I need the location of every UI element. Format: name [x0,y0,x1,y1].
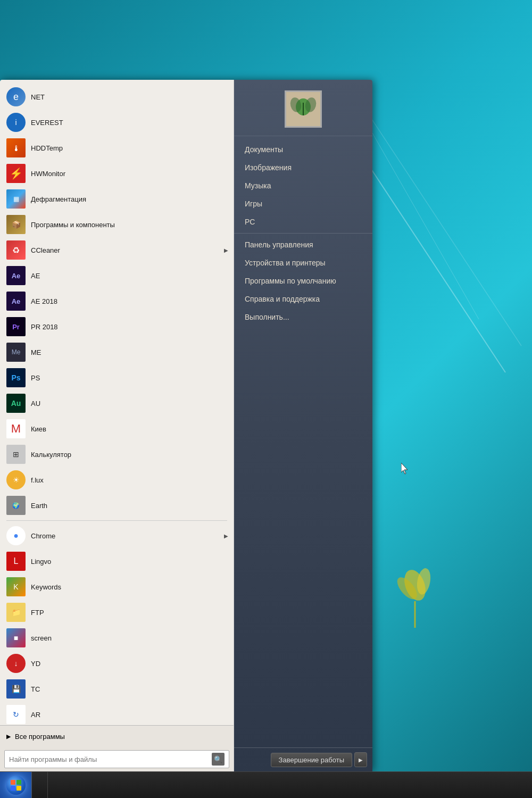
flux-label: f.lux [31,476,44,484]
hwmonitor-label: HWMonitor [31,170,65,178]
calc-label: Калькулятор [31,451,71,459]
programs-label: Программы и компоненты [31,221,115,229]
program-item-screen[interactable]: ■screen [0,625,234,651]
right-menu-item-run[interactable]: Выполнить... [234,308,372,326]
me-label: ME [31,348,41,356]
start-menu-left-bottom: ▶ Все программы 🔍 [0,725,234,771]
right-separator-after-pc [234,233,372,234]
svg-rect-14 [11,786,15,791]
right-menu-item-help[interactable]: Справка и поддержка [234,290,372,308]
keywords-icon: K [6,577,26,596]
program-item-ps[interactable]: PsPS [0,365,234,390]
program-item-earth[interactable]: 🌍Earth [0,493,234,518]
start-menu-right-panel: ДокументыИзображенияМузыкаИгрыPCПанель у… [234,80,372,771]
ftp-icon: 📁 [6,603,26,622]
ccleaner-label: CCleaner [31,246,60,254]
flux-icon: ☀ [6,470,26,489]
shutdown-button[interactable]: Завершение работы [271,753,352,767]
ar-icon: ↻ [6,705,26,724]
calc-icon: ⊞ [6,445,26,464]
right-menu-items: ДокументыИзображенияМузыкаИгрыPCПанель у… [234,136,372,747]
earth-label: Earth [31,502,47,510]
program-item-au[interactable]: AuAU [0,390,234,416]
right-menu-item-default-programs[interactable]: Программы по умолчанию [234,272,372,290]
program-item-ar[interactable]: ↻AR [0,702,234,725]
program-item-hddtemp[interactable]: 🌡HDDTemp [0,135,234,161]
program-item-hwmonitor[interactable]: ⚡HWMonitor [0,161,234,186]
separator-before-chrome [6,520,227,521]
start-menu: eNETiEVEREST🌡HDDTemp⚡HWMonitor▦Дефрагмен… [0,80,372,771]
program-item-yd[interactable]: ↓YD [0,651,234,676]
right-menu-item-images[interactable]: Изображения [234,159,372,177]
lingvo-icon: L [6,552,26,571]
search-input[interactable] [9,755,212,763]
screen-icon: ■ [6,628,26,647]
programs-list: eNETiEVEREST🌡HDDTemp⚡HWMonitor▦Дефрагмен… [0,80,234,725]
tc-label: TC [31,685,40,693]
start-button[interactable] [0,772,32,799]
pr2018-icon: Pr [6,317,26,336]
taskbar-divider [32,772,48,799]
program-item-lingvo[interactable]: LLingvo [0,548,234,574]
earth-icon: 🌍 [6,496,26,515]
net-label: NET [31,93,45,101]
right-menu-item-devices[interactable]: Устройства и принтеры [234,254,372,272]
windows-logo-icon [10,779,22,791]
right-menu-item-documents[interactable]: Документы [234,140,372,159]
right-menu-item-music[interactable]: Музыка [234,177,372,195]
right-menu-item-control-panel[interactable]: Панель управления [234,236,372,254]
ccleaner-icon: ♻ [6,240,26,260]
ps-icon: Ps [6,368,26,387]
keywords-label: Keywords [31,583,61,591]
svg-point-4 [415,567,432,595]
program-item-pr2018[interactable]: PrPR 2018 [0,314,234,339]
search-button[interactable]: 🔍 [212,753,225,766]
program-item-everest[interactable]: iEVEREST [0,110,234,135]
program-item-mail[interactable]: MКиев [0,416,234,442]
program-item-chrome[interactable]: ●Chrome▶ [0,523,234,548]
ps-label: PS [31,374,40,382]
program-item-me[interactable]: MeME [0,339,234,365]
defrag-label: Дефрагментация [31,195,86,203]
hddtemp-label: HDDTemp [31,144,63,152]
chrome-label: Chrome [31,532,55,540]
ar-label: AR [31,711,40,719]
right-menu-item-games[interactable]: Игры [234,195,372,213]
hddtemp-icon: 🌡 [6,138,26,157]
lingvo-label: Lingvo [31,558,51,566]
avatar-image [286,92,320,126]
all-programs-arrow-icon: ▶ [6,733,11,740]
right-menu-item-pc[interactable]: PC [234,213,372,231]
program-item-tc[interactable]: 💾TC [0,676,234,702]
program-item-defrag[interactable]: ▦Дефрагментация [0,186,234,212]
program-item-flux[interactable]: ☀f.lux [0,467,234,493]
program-item-calc[interactable]: ⊞Калькулятор [0,442,234,467]
yd-label: YD [31,660,40,668]
screen-label: screen [31,634,52,642]
program-item-ftp[interactable]: 📁FTP [0,600,234,625]
program-item-programs[interactable]: 📦Программы и компоненты [0,212,234,237]
all-programs-item[interactable]: ▶ Все программы [0,726,234,747]
program-item-ae2018[interactable]: AeAE 2018 [0,288,234,314]
search-bar: 🔍 [4,750,229,768]
shutdown-arrow-button[interactable]: ▶ [354,752,367,767]
me-icon: Me [6,343,26,362]
program-item-ae[interactable]: AeAE [0,263,234,288]
defrag-icon: ▦ [6,189,26,209]
start-menu-left-panel: eNETiEVEREST🌡HDDTemp⚡HWMonitor▦Дефрагмен… [0,80,234,771]
program-item-ccleaner[interactable]: ♻CCleaner▶ [0,237,234,263]
avatar[interactable] [285,90,322,128]
svg-point-5 [394,574,421,603]
everest-icon: i [6,113,26,132]
pr2018-label: PR 2018 [31,323,58,331]
program-item-keywords[interactable]: KKeywords [0,574,234,600]
program-item-net[interactable]: eNET [0,84,234,110]
taskbar [0,771,532,798]
ae2018-label: AE 2018 [31,297,57,305]
chrome-icon: ● [6,526,26,545]
shutdown-arrow-icon: ▶ [359,757,363,763]
ae2018-icon: Ae [6,292,26,311]
programs-icon: 📦 [6,215,26,234]
chrome-arrow-icon: ▶ [224,533,228,539]
ae-icon: Ae [6,266,26,285]
